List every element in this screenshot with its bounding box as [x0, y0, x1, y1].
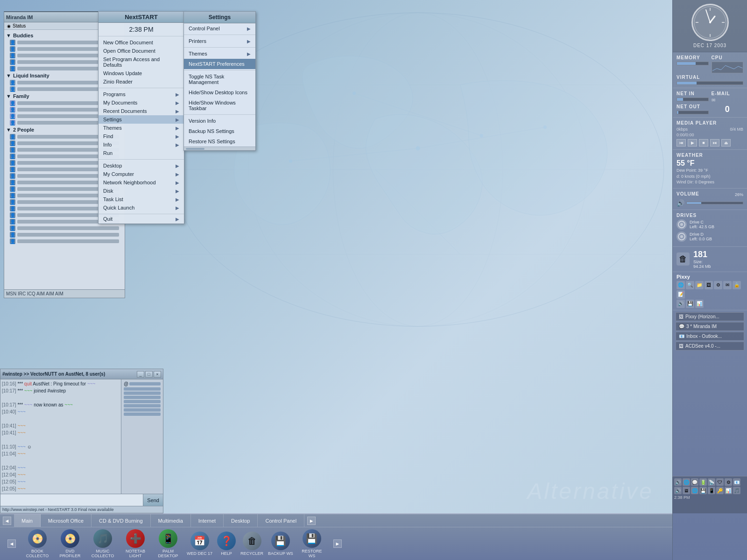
settings-hide-show-icons[interactable]: Hide/Show Desktop Icons — [184, 87, 255, 98]
taskbar-icon-palm-desktop[interactable]: 📱 PALM DESKTOP — [154, 529, 182, 558]
settings-toggle-task-mgmt[interactable]: Toggle NS Task Management — [184, 71, 255, 87]
pixxy-icon-5[interactable]: ⚙ — [714, 281, 722, 289]
taskbar-icon-music-collector[interactable]: 🎵 MUSIC COLLECTO — [89, 529, 117, 558]
irc-icon[interactable]: IRC — [18, 291, 26, 296]
irc-send-button[interactable]: Send — [143, 494, 163, 506]
taskbar-icon-notetab[interactable]: ➕ NOTETAB LIGHT — [121, 529, 149, 558]
irc-message-input[interactable] — [0, 494, 143, 506]
nextstart-run[interactable]: Run — [99, 149, 184, 157]
systray-icon-5[interactable]: 📡 — [708, 478, 715, 486]
taskbar-app-miranda[interactable]: 💬 3 * Miranda IM — [676, 322, 744, 331]
aim-icon-3[interactable]: AIM — [55, 291, 63, 296]
nextstart-recent-documents[interactable]: Recent Documents ▶ — [99, 107, 184, 115]
nextstart-disk[interactable]: Disk ▶ — [99, 187, 184, 195]
nextstart-info[interactable]: Info ▶ — [99, 140, 184, 149]
settings-hide-show-taskbar[interactable]: Hide/Show Windows Taskbar — [184, 98, 255, 113]
icon-scroll-right-button[interactable]: ► — [333, 539, 342, 548]
settings-scrollbar[interactable] — [184, 147, 255, 150]
irc-user-item[interactable]: @ — [123, 381, 162, 387]
irc-user-item[interactable] — [123, 408, 162, 412]
taskbar-icon-backup[interactable]: 💾 BACKUP WS — [268, 532, 293, 556]
taskbar-icon-recycler[interactable]: 🗑 RECYCLER — [240, 532, 263, 556]
settings-nextstart-preferences[interactable]: NextSTART Preferences — [184, 59, 255, 69]
pixxy-icon-6[interactable]: ✉ — [723, 281, 732, 289]
pixxy-icon-1[interactable]: 🌐 — [677, 281, 685, 289]
systray-icon-6[interactable]: 🛡 — [716, 478, 724, 486]
settings-themes[interactable]: Themes ▶ — [184, 49, 255, 59]
settings-version-info[interactable]: Version Info — [184, 116, 255, 126]
tab-scroll-left-button[interactable]: ◄ — [3, 517, 11, 525]
pixxy-icon-10[interactable]: 💾 — [686, 300, 694, 308]
nextstart-settings[interactable]: Settings ▶ — [99, 115, 184, 124]
icon-scroll-left-button[interactable]: ◄ — [7, 539, 16, 548]
tab-desktop[interactable]: Desktop — [224, 514, 258, 527]
systray-icon-3[interactable]: 💬 — [691, 478, 698, 486]
systray-icon-11[interactable]: 🌐 — [691, 487, 698, 494]
media-next-button[interactable]: ⏭ — [710, 139, 719, 147]
icq-icon[interactable]: ICQ — [27, 291, 35, 296]
systray-icon-4[interactable]: 🔋 — [699, 478, 707, 486]
tab-scroll-right-button[interactable]: ► — [307, 517, 316, 525]
pixxy-icon-11[interactable]: 📊 — [695, 300, 704, 308]
tab-control-panel[interactable]: Control Panel — [258, 514, 304, 527]
irc-user-item[interactable] — [123, 399, 162, 404]
media-eject-button[interactable]: ⏏ — [721, 139, 731, 147]
settings-restore[interactable]: Restore NS Settings — [184, 136, 255, 147]
taskbar-icon-restore[interactable]: 💾 RESTORE WS — [298, 529, 326, 558]
pixxy-icon-4[interactable]: 🖼 — [705, 281, 713, 289]
settings-printers[interactable]: Printers ▶ — [184, 36, 255, 46]
nextstart-task-list[interactable]: Task List ▶ — [99, 195, 184, 203]
nextstart-set-program-access[interactable]: Set Program Access and Defaults — [99, 55, 184, 69]
media-stop-button[interactable]: ■ — [699, 139, 708, 147]
irc-user-item[interactable] — [123, 387, 162, 391]
irc-log[interactable]: [10:16] *** quit AustNet : Ping timeout … — [0, 379, 121, 494]
systray-icon-10[interactable]: 🖥 — [683, 487, 690, 494]
tab-internet[interactable]: Internet — [191, 514, 224, 527]
nextstart-open-office[interactable]: Open Office Document — [99, 47, 184, 55]
irc-minimize-button[interactable]: _ — [137, 371, 144, 378]
taskbar-icon-book-collector[interactable]: 📀 BOOK COLLECTO — [23, 529, 51, 558]
nextstart-my-computer[interactable]: My Computer ▶ — [99, 170, 184, 178]
nextstart-my-documents[interactable]: My Documents ▶ — [99, 98, 184, 107]
nextstart-network-neighborhood[interactable]: Network Neighborhood ▶ — [99, 178, 184, 187]
buddy-item[interactable]: 👤 — [6, 225, 123, 231]
taskbar-icon-help[interactable]: ❓ HELP — [217, 532, 236, 556]
irc-user-item[interactable] — [123, 404, 162, 408]
pixxy-icon-7[interactable]: 🔒 — [733, 281, 741, 289]
buddy-item[interactable]: 👤 — [6, 231, 123, 238]
nextstart-quit[interactable]: Quit ▶ — [99, 214, 184, 224]
systray-icon-8[interactable]: 📧 — [733, 478, 740, 486]
taskbar-app-acdsee[interactable]: 🖼 ACDSee v4.0 -... — [676, 342, 744, 350]
systray-icon-9[interactable]: 🔊 — [674, 487, 682, 494]
nextstart-desktop[interactable]: Desktop ▶ — [99, 161, 184, 170]
taskbar-app-outlook[interactable]: 📧 Inbox - Outlook... — [676, 332, 744, 341]
tab-multimedia[interactable]: Multimedia — [151, 514, 191, 527]
systray-icon-13[interactable]: 📱 — [708, 487, 715, 494]
systray-icon-2[interactable]: 🌐 — [683, 478, 690, 486]
settings-control-panel[interactable]: Control Panel ▶ — [184, 23, 255, 34]
systray-icon-16[interactable]: 🎵 — [733, 487, 740, 494]
taskbar-icon-dvd-profiler[interactable]: 📀 DVD PROFILER — [56, 529, 84, 558]
irc-user-item[interactable] — [123, 395, 162, 399]
buddy-item[interactable]: 👤 — [6, 238, 123, 245]
irc-maximize-button[interactable]: □ — [145, 371, 153, 378]
irc-user-item[interactable] — [123, 391, 162, 395]
irc-user-item[interactable] — [123, 412, 162, 416]
aim-icon-2[interactable]: AIM — [46, 291, 54, 296]
nextstart-programs[interactable]: Programs ▶ — [99, 90, 184, 98]
systray-icon-1[interactable]: 🔊 — [674, 478, 682, 486]
pixxy-icon-2[interactable]: 🔍 — [686, 281, 694, 289]
nextstart-windows-update[interactable]: Windows Update — [99, 69, 184, 77]
systray-icon-7[interactable]: ⚙ — [725, 478, 732, 486]
nextstart-new-office[interactable]: New Office Document — [99, 38, 184, 47]
pixxy-icon-9[interactable]: 🔊 — [677, 300, 685, 308]
media-prev-button[interactable]: ⏮ — [677, 139, 686, 147]
settings-backup[interactable]: Backup NS Settings — [184, 126, 255, 136]
nextstart-themes[interactable]: Themes ▶ — [99, 124, 184, 132]
pixxy-icon-3[interactable]: 📁 — [695, 281, 704, 289]
irc-close-button[interactable]: × — [154, 371, 161, 378]
msn-icon[interactable]: MSN — [6, 291, 16, 296]
taskbar-icon-calendar[interactable]: 📅 WED DEC 17 — [187, 532, 212, 556]
tab-cd-dvd-burning[interactable]: CD & DVD Burning — [92, 514, 151, 527]
systray-icon-14[interactable]: 🔑 — [716, 487, 724, 494]
